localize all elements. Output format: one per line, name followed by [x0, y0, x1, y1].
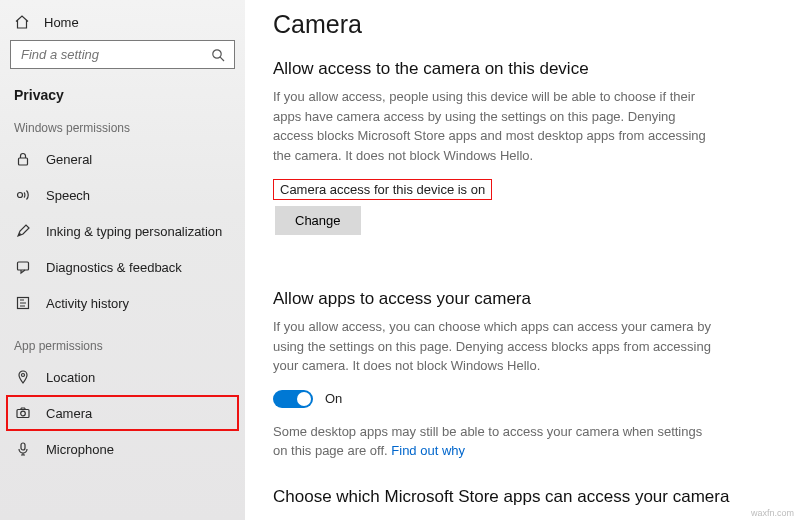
svg-point-7 — [21, 411, 26, 416]
sidebar-item-label: Activity history — [46, 296, 129, 311]
section-device-access: Allow access to the camera on this devic… — [273, 59, 772, 263]
home-label: Home — [44, 15, 79, 30]
sidebar-item-label: Speech — [46, 188, 90, 203]
sidebar-item-label: Location — [46, 370, 95, 385]
pen-icon — [14, 222, 32, 240]
sidebar-item-inking[interactable]: Inking & typing personalization — [0, 213, 245, 249]
sidebar: Home Privacy Windows permissions General… — [0, 0, 245, 520]
page-title: Camera — [273, 10, 772, 39]
sidebar-item-camera[interactable]: Camera — [6, 395, 239, 431]
sidebar-item-speech[interactable]: Speech — [0, 177, 245, 213]
history-icon — [14, 294, 32, 312]
main-content: Camera Allow access to the camera on thi… — [245, 0, 800, 520]
feedback-icon — [14, 258, 32, 276]
camera-apps-toggle[interactable] — [273, 390, 313, 408]
section-body: If you allow access, you can choose whic… — [273, 317, 713, 376]
section-heading: Choose which Microsoft Store apps can ac… — [273, 487, 772, 507]
sidebar-section-title: Privacy — [0, 83, 245, 121]
sidebar-item-label: Inking & typing personalization — [46, 224, 222, 239]
sidebar-item-general[interactable]: General — [0, 141, 245, 177]
svg-point-2 — [18, 193, 23, 198]
sidebar-item-label: Camera — [46, 406, 92, 421]
sidebar-item-label: Microphone — [46, 442, 114, 457]
search-wrap — [10, 40, 235, 69]
toggle-row: On — [273, 390, 772, 408]
sidebar-group-windows-permissions: Windows permissions — [0, 121, 245, 141]
camera-icon — [14, 404, 32, 422]
sidebar-item-label: General — [46, 152, 92, 167]
home-button[interactable]: Home — [0, 8, 245, 40]
section-heading: Allow access to the camera on this devic… — [273, 59, 772, 79]
toggle-note: Some desktop apps may still be able to a… — [273, 422, 713, 461]
microphone-icon — [14, 440, 32, 458]
svg-rect-3 — [18, 262, 29, 270]
sidebar-item-activity[interactable]: Activity history — [0, 285, 245, 321]
sidebar-item-location[interactable]: Location — [0, 359, 245, 395]
section-heading: Allow apps to access your camera — [273, 289, 772, 309]
sidebar-group-app-permissions: App permissions — [0, 339, 245, 359]
sidebar-item-label: Diagnostics & feedback — [46, 260, 182, 275]
svg-point-5 — [22, 374, 25, 377]
toggle-label: On — [325, 391, 342, 406]
watermark: waxfn.com — [751, 508, 794, 518]
find-out-why-link[interactable]: Find out why — [391, 443, 465, 458]
home-icon — [14, 14, 30, 30]
sidebar-item-diagnostics[interactable]: Diagnostics & feedback — [0, 249, 245, 285]
section-app-access: Allow apps to access your camera If you … — [273, 289, 772, 461]
svg-rect-1 — [19, 158, 28, 165]
section-store-apps: Choose which Microsoft Store apps can ac… — [273, 487, 772, 521]
section-body: Turning off an app prevents it from dire… — [273, 515, 713, 521]
lock-icon — [14, 150, 32, 168]
svg-rect-8 — [21, 443, 25, 450]
location-icon — [14, 368, 32, 386]
search-input[interactable] — [10, 40, 235, 69]
section-body: If you allow access, people using this d… — [273, 87, 713, 165]
camera-status: Camera access for this device is on — [273, 179, 492, 200]
sidebar-item-microphone[interactable]: Microphone — [0, 431, 245, 467]
change-button[interactable]: Change — [275, 206, 361, 235]
speech-icon — [14, 186, 32, 204]
